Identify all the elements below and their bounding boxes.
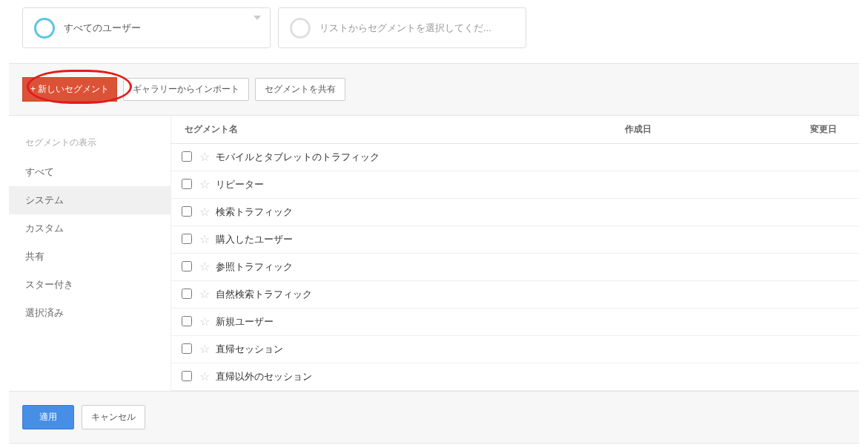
row-checkbox[interactable] — [182, 316, 192, 326]
row-name-label: 参照トラフィック — [216, 260, 293, 274]
sidebar-item-selected[interactable]: 選択済み — [9, 299, 170, 327]
table-row[interactable]: ☆検索トラフィック — [171, 199, 859, 226]
table-row[interactable]: ☆参照トラフィック — [171, 254, 859, 281]
segment-placeholder-circle-icon — [290, 18, 311, 39]
footer: 適用 キャンセル — [9, 391, 859, 443]
content-area: セグメントの表示 すべて システム カスタム 共有 スター付き 選択済み セグメ… — [9, 115, 859, 391]
star-icon[interactable]: ☆ — [199, 206, 210, 218]
star-icon[interactable]: ☆ — [199, 261, 210, 273]
cancel-button[interactable]: キャンセル — [82, 405, 145, 429]
add-segment-pill[interactable]: リストからセグメントを選択してくだ... — [278, 7, 526, 48]
top-segment-bar: すべてのユーザー リストからセグメントを選択してくだ... — [0, 0, 868, 63]
new-segment-button[interactable]: + 新しいセグメント — [22, 77, 117, 102]
star-icon[interactable]: ☆ — [199, 234, 210, 246]
table-row[interactable]: ☆直帰セッション — [171, 336, 859, 363]
row-name-label: 検索トラフィック — [216, 205, 293, 219]
table-row[interactable]: ☆新規ユーザー — [171, 309, 859, 336]
table-row[interactable]: ☆モバイルとタブレットのトラフィック — [171, 144, 859, 171]
sidebar-item-custom[interactable]: カスタム — [9, 214, 170, 243]
row-name-label: 直帰以外のセッション — [216, 370, 312, 383]
row-checkbox[interactable] — [182, 151, 192, 162]
table-body: ☆モバイルとタブレットのトラフィック☆リピーター☆検索トラフィック☆購入したユー… — [171, 144, 859, 391]
row-name-label: 直帰セッション — [216, 343, 283, 356]
sidebar-item-starred[interactable]: スター付き — [9, 271, 170, 299]
sidebar-title: セグメントの表示 — [9, 131, 170, 158]
sidebar-item-system[interactable]: システム — [9, 186, 170, 214]
star-icon[interactable]: ☆ — [199, 179, 210, 191]
row-name-label: モバイルとタブレットのトラフィック — [216, 151, 380, 164]
table-row[interactable]: ☆自然検索トラフィック — [171, 281, 859, 309]
share-segment-button[interactable]: セグメントを共有 — [255, 78, 345, 101]
th-modified[interactable]: 変更日 — [800, 116, 859, 143]
main-area: セグメント名 作成日 変更日 ☆モバイルとタブレットのトラフィック☆リピーター☆… — [170, 116, 859, 391]
row-checkbox[interactable] — [182, 371, 192, 381]
sidebar-item-shared[interactable]: 共有 — [9, 243, 170, 271]
row-name-label: 新規ユーザー — [216, 315, 274, 329]
segment-panel: + 新しいセグメント ギャラリーからインポート セグメントを共有 セグメントの表… — [9, 63, 859, 444]
row-checkbox[interactable] — [182, 343, 192, 354]
row-checkbox[interactable] — [182, 206, 192, 217]
row-name-label: 自然検索トラフィック — [216, 288, 312, 301]
star-icon[interactable]: ☆ — [199, 316, 210, 328]
segment-circle-icon — [34, 18, 55, 39]
star-icon[interactable]: ☆ — [199, 371, 210, 383]
toolbar: + 新しいセグメント ギャラリーからインポート セグメントを共有 — [9, 64, 859, 115]
import-gallery-button[interactable]: ギャラリーからインポート — [123, 78, 249, 101]
star-icon[interactable]: ☆ — [199, 151, 210, 163]
apply-button[interactable]: 適用 — [22, 405, 74, 429]
row-name-label: リピーター — [216, 178, 264, 191]
row-checkbox[interactable] — [182, 261, 192, 271]
th-segment-name[interactable]: セグメント名 — [171, 116, 614, 143]
table-row[interactable]: ☆直帰以外のセッション — [171, 363, 859, 391]
row-checkbox[interactable] — [182, 179, 192, 189]
sidebar-item-all[interactable]: すべて — [9, 158, 170, 186]
row-checkbox[interactable] — [182, 289, 192, 299]
active-segment-pill[interactable]: すべてのユーザー — [22, 7, 271, 48]
sidebar: セグメントの表示 すべて システム カスタム 共有 スター付き 選択済み — [9, 116, 170, 391]
active-segment-label: すべてのユーザー — [64, 22, 141, 35]
add-segment-placeholder: リストからセグメントを選択してくだ... — [319, 22, 491, 35]
chevron-down-icon — [254, 16, 261, 20]
row-checkbox[interactable] — [182, 234, 192, 244]
star-icon[interactable]: ☆ — [199, 289, 210, 300]
th-created[interactable]: 作成日 — [614, 116, 800, 143]
table-header: セグメント名 作成日 変更日 — [171, 116, 859, 144]
table-row[interactable]: ☆購入したユーザー — [171, 226, 859, 254]
row-name-label: 購入したユーザー — [216, 233, 293, 246]
star-icon[interactable]: ☆ — [199, 343, 210, 355]
table-row[interactable]: ☆リピーター — [171, 171, 859, 199]
